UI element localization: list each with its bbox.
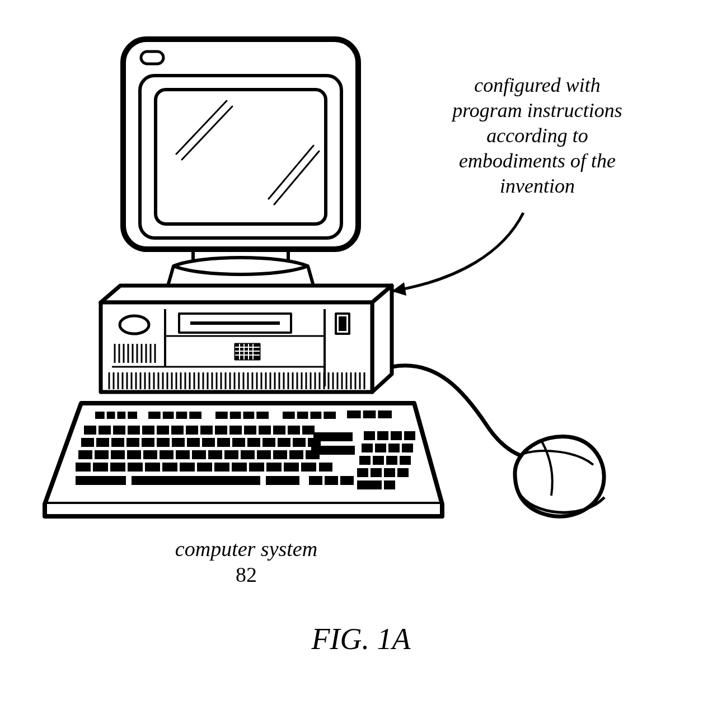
reference-number: 82 (140, 562, 353, 587)
callout-arrow-icon (392, 213, 523, 296)
svg-rect-148 (95, 450, 109, 459)
svg-rect-119 (142, 426, 154, 435)
svg-rect-136 (157, 438, 170, 447)
svg-rect-124 (215, 426, 227, 435)
svg-rect-157 (241, 450, 255, 459)
svg-rect-141 (232, 438, 245, 447)
monitor-stand-icon (168, 249, 313, 286)
svg-rect-162 (76, 463, 91, 472)
svg-rect-153 (176, 450, 190, 459)
svg-rect-112 (347, 410, 392, 418)
svg-rect-123 (200, 426, 213, 435)
svg-rect-110 (308, 412, 311, 419)
svg-rect-134 (126, 438, 139, 447)
svg-rect-101 (161, 412, 163, 419)
svg-rect-97 (105, 412, 107, 419)
svg-rect-151 (143, 450, 157, 459)
svg-rect-198 (371, 468, 382, 477)
svg-rect-158 (257, 450, 271, 459)
svg-rect-195 (386, 456, 397, 465)
svg-rect-191 (388, 444, 400, 452)
svg-rect-196 (400, 456, 411, 465)
svg-rect-135 (142, 438, 154, 447)
svg-rect-150 (127, 450, 141, 459)
svg-rect-182 (309, 476, 322, 485)
svg-rect-175 (301, 463, 316, 472)
svg-rect-168 (180, 463, 195, 472)
svg-rect-156 (224, 450, 238, 459)
svg-rect-99 (125, 412, 128, 419)
svg-rect-177 (132, 476, 260, 485)
svg-rect-3 (141, 52, 163, 64)
callout-line: configured with (414, 73, 660, 98)
svg-rect-115 (84, 426, 96, 435)
svg-rect-120 (157, 426, 169, 435)
svg-rect-105 (228, 412, 230, 419)
svg-rect-180 (311, 446, 355, 455)
callout-line: according to (414, 123, 660, 148)
svg-rect-170 (214, 463, 229, 472)
svg-rect-193 (359, 456, 371, 465)
svg-rect-155 (208, 450, 222, 459)
svg-rect-143 (262, 438, 275, 447)
svg-rect-194 (373, 456, 384, 465)
svg-point-15 (120, 316, 149, 334)
svg-rect-122 (186, 426, 198, 435)
svg-rect-111 (321, 412, 324, 419)
svg-rect-131 (81, 438, 94, 447)
svg-rect-183 (325, 476, 338, 485)
svg-rect-160 (289, 450, 303, 459)
svg-rect-152 (160, 450, 174, 459)
svg-rect-130 (302, 426, 315, 435)
keyboard-icon (45, 403, 442, 516)
svg-rect-142 (247, 438, 260, 447)
svg-rect-116 (99, 426, 111, 435)
svg-rect-113 (361, 410, 363, 418)
callout-line: invention (414, 174, 660, 199)
svg-rect-201 (357, 480, 382, 489)
svg-rect-107 (254, 412, 256, 419)
svg-rect-164 (110, 463, 125, 472)
svg-rect-103 (187, 412, 189, 419)
svg-rect-159 (273, 450, 287, 459)
svg-rect-173 (266, 463, 282, 472)
svg-rect-140 (217, 438, 230, 447)
svg-rect-147 (78, 450, 92, 459)
svg-rect-200 (397, 468, 409, 477)
svg-rect-179 (313, 432, 353, 441)
svg-rect-171 (232, 463, 247, 472)
svg-rect-181 (319, 463, 332, 472)
monitor-icon (123, 39, 358, 249)
svg-rect-129 (288, 426, 300, 435)
svg-rect-118 (128, 426, 140, 435)
svg-rect-139 (202, 438, 215, 447)
svg-rect-127 (259, 426, 271, 435)
svg-rect-138 (187, 438, 200, 447)
component-label: computer system (140, 536, 353, 561)
callout-text: configured with program instructions acc… (414, 73, 660, 199)
svg-rect-188 (404, 431, 415, 440)
svg-rect-199 (384, 468, 395, 477)
svg-rect-189 (362, 444, 373, 452)
svg-rect-133 (111, 438, 124, 447)
svg-rect-166 (145, 463, 160, 472)
svg-rect-137 (172, 438, 185, 447)
svg-rect-202 (384, 480, 395, 489)
svg-rect-106 (241, 412, 243, 419)
svg-rect-186 (377, 431, 388, 440)
svg-rect-165 (128, 463, 143, 472)
mouse-icon (515, 436, 604, 516)
svg-rect-172 (249, 463, 264, 472)
figure-container: configured with program instructions acc… (0, 0, 722, 728)
svg-rect-167 (162, 463, 177, 472)
svg-marker-203 (392, 282, 406, 296)
svg-rect-121 (171, 426, 184, 435)
svg-rect-178 (266, 476, 299, 485)
svg-rect-145 (293, 438, 306, 447)
svg-rect-125 (229, 426, 242, 435)
svg-rect-109 (295, 412, 297, 419)
svg-rect-114 (376, 410, 378, 418)
svg-rect-149 (111, 450, 125, 459)
svg-rect-2 (156, 90, 326, 224)
svg-rect-126 (244, 426, 256, 435)
